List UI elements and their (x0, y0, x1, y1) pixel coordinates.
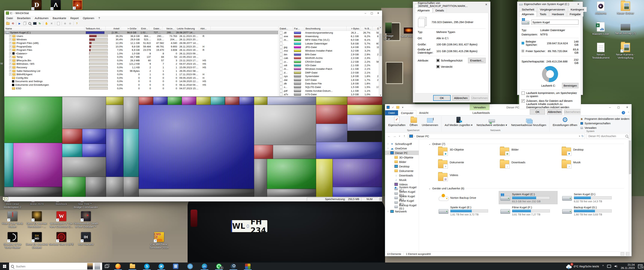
dialog-titlebar[interactable]: Eigenschaften von $WINRE_BACKUP_PARTITIO… (413, 2, 490, 7)
treemap-tile[interactable] (254, 97, 267, 105)
extension-row[interactable]: .vdiVDI-Datei2,1 GB2,2%5 (278, 64, 379, 67)
taskbar-app-whatsapp[interactable]: 3 (212, 262, 226, 270)
collapse-icon[interactable]: ⌄ (429, 143, 430, 145)
drive-item-backup-kugel-g-[interactable]: Backup Kugel (G:)1,60 TB frei von 3,63 T… (560, 204, 619, 217)
directory-row[interactable]: +$Windows.~WS0,0%121,2 KB97204.07.2023 1… (4, 62, 278, 66)
komprimieren-checkbox[interactable] (522, 91, 525, 95)
indizieren-checkbox[interactable] (522, 99, 525, 102)
treemap-tile[interactable] (168, 97, 182, 105)
scroll-down-icon[interactable]: ▼ (380, 94, 381, 96)
column-header[interactable]: Attri... (199, 27, 210, 31)
menu-item-bearbeiten[interactable]: Bearbeiten (15, 17, 33, 20)
extension-row[interactable]: .m...Windows Installer-Patch2,1 GB2,1%72 (278, 67, 379, 71)
treemap-tile[interactable] (62, 157, 106, 177)
game-shortcut-dishonored-death-of-the-outsider-[interactable]: ↗Dishonored® Death of the Outsider™ (74, 211, 98, 228)
expand-arrow-icon[interactable]: › (387, 143, 389, 145)
eigenschaften-button[interactable]: Eigenschaften (387, 116, 407, 127)
directory-row[interactable]: +$Recycle.Bin0,0%28,3 MB6057323.11.2023 … (4, 59, 278, 62)
treemap-tile[interactable] (316, 159, 333, 197)
help-icon[interactable]: ? (622, 111, 625, 114)
directory-row[interactable]: ESD0,0%000004.07.2023 15:... (4, 87, 278, 90)
treemap-tile[interactable] (196, 97, 210, 105)
toolbar-show-treemap-icon[interactable] (32, 21, 37, 26)
directory-row[interactable]: System Kugel (C:)[1:39...98,6 GB1.02...7… (4, 31, 278, 34)
folder-item-bilder[interactable]: ▣Bilder (499, 147, 560, 159)
systemeigenschaften-button[interactable]: Systemeigenschaften (580, 121, 630, 125)
taskbar-app-skype[interactable]: S (140, 262, 154, 270)
toolbar-copy-icon[interactable] (22, 21, 27, 26)
expand-icon[interactable]: + (9, 70, 12, 72)
tab-details[interactable]: Details (433, 8, 447, 13)
extension-row[interactable]: .sysSystemdatei1,8 GB1,8%2.557 (278, 74, 379, 78)
treemap-tile[interactable] (106, 105, 123, 129)
drive-item-system-kugel-c-[interactable]: System Kugel (C:)83,5 GB frei von 232 GB (499, 191, 558, 204)
folder-item-musik[interactable]: ♪Musik (560, 159, 622, 172)
taskbar-search[interactable] (9, 262, 102, 270)
back-icon[interactable]: ← (387, 134, 391, 138)
clock[interactable]: 21:24 26.11.2023 (621, 263, 635, 269)
volume-name-input[interactable] (531, 20, 578, 25)
oeffnen-button[interactable]: Öffnen (408, 116, 419, 127)
treemap-tile[interactable] (153, 97, 168, 105)
game-shortcut-rise-of-the-tomb-raider[interactable]: ↗Rise of the Tomb Raider (0, 211, 25, 228)
column-header[interactable]: Datei... (149, 27, 162, 31)
uebernehmen-button[interactable]: Übernehmen (564, 109, 580, 114)
details-view-button[interactable] (620, 252, 624, 255)
scroll-up-icon[interactable]: ▲ (380, 27, 381, 28)
extension-row[interactable]: .d...DMP-Datei2,0 GB2,1%530 (278, 71, 379, 74)
taskbar-app-steam[interactable] (226, 262, 240, 270)
directory-row[interactable]: +Safer-Networking Ltd0,0%96 Bytes21126.0… (4, 69, 278, 73)
column-header[interactable]: > Bytes (346, 27, 360, 31)
desktop-icon-alabama[interactable]: ▶Alabama (588, 2, 613, 15)
resize-grip[interactable] (379, 198, 382, 201)
tab-allgemein[interactable]: Allgemein (415, 8, 432, 13)
abbrechen-button[interactable]: Abbrechen (452, 95, 469, 101)
treemap-tile[interactable] (106, 129, 123, 177)
treemap-tile[interactable] (254, 145, 273, 159)
properties-icon[interactable]: ✓ (392, 106, 394, 108)
expand-icon[interactable]: + (9, 56, 12, 58)
directory-row[interactable]: +ProgramData10,0%9,8 GB59.48449.7919.693… (4, 45, 278, 48)
address-dropdown-icon[interactable]: ▾ (579, 135, 580, 138)
expand-icon[interactable]: + (9, 49, 12, 51)
folder-item-3d-objekte[interactable]: ◆3D-Objekte (437, 147, 499, 159)
sidebar-item-3d-objekte[interactable]: 3D-Objekte (385, 155, 419, 160)
column-header[interactable]: Beschreibung (304, 27, 346, 31)
column-header[interactable]: Teilbaum-Ant... (84, 27, 106, 31)
extension-row[interactable]: .exeAnwendung6,1 GB6,2%8.148 (278, 35, 379, 38)
treemap-tile[interactable] (4, 187, 62, 197)
treemap-tile[interactable] (254, 159, 267, 197)
toolbar-open-file-icon[interactable] (6, 21, 10, 26)
game-shortcut-wolfenstein-ii-the-new-colossus-g-[interactable]: W↗Wolfenstein II The New Colossus G... (49, 211, 74, 228)
expand-arrow-icon[interactable]: › (387, 147, 389, 150)
toolbar-zoom-in-icon[interactable]: ⊕ (63, 21, 68, 26)
column-header[interactable]: Dateit... (278, 27, 293, 31)
einstellungen-oeffnen-button[interactable]: ⚙Einstellungen öffnen (551, 116, 578, 127)
section-header-ordner[interactable]: ⌄ Ordner (7) (429, 142, 626, 146)
toolbar-zoom-out-icon[interactable]: ⊖ (68, 21, 72, 26)
game-shortcut-car-mechanic-simulator-2018[interactable]: CMS 18↗Car Mechanic Simulator 2018 (147, 232, 172, 249)
folder-item-desktop[interactable]: ■Desktop (560, 147, 622, 159)
extension-row[interactable]: .msiWindows Installer-Paket3,2 GB3,2%190 (278, 49, 379, 53)
expand-icon[interactable]: + (9, 66, 12, 69)
taskbar-app-telegram[interactable] (154, 262, 168, 270)
directory-row[interactable]: Documents and Settings0,0%000014.09.2020… (4, 80, 278, 83)
explorer-titlebar[interactable]: ✓ ▾ Verwalten Dieser PC – ▢ ✕ (385, 104, 632, 110)
directory-row[interactable]: Dokumente und Einstellungen0,0%000008.11… (4, 83, 278, 87)
toolbar-delete-icon[interactable]: ✕ (49, 21, 54, 26)
directory-row[interactable]: Config.Msi0,0%000009.05.2020 15:...H (4, 76, 278, 80)
collapse-icon[interactable]: ⌄ (429, 187, 430, 190)
directory-row[interactable]: +Windows30,4%29,9 GB523....319....204...… (4, 38, 278, 41)
minimize-button[interactable]: – (606, 105, 614, 109)
scrollbar-thumb[interactable] (629, 141, 631, 174)
treemap-tile[interactable] (82, 144, 106, 157)
refresh-icon[interactable]: ↻ (581, 134, 584, 138)
treemap-tile[interactable] (139, 105, 254, 189)
content-scrollbar[interactable] (628, 140, 632, 251)
abbrechen-button[interactable]: Abbrechen (547, 109, 562, 114)
treemap-tile[interactable] (267, 97, 316, 105)
expand-icon[interactable]: + (9, 45, 12, 48)
customize-qat-icon[interactable]: ▾ (401, 106, 404, 108)
netzlaufwerk-verbinden-button[interactable]: Netzlaufwerk verbinden ▾ (475, 116, 508, 127)
toolbar-go-icon[interactable]: ▶ (17, 21, 22, 26)
